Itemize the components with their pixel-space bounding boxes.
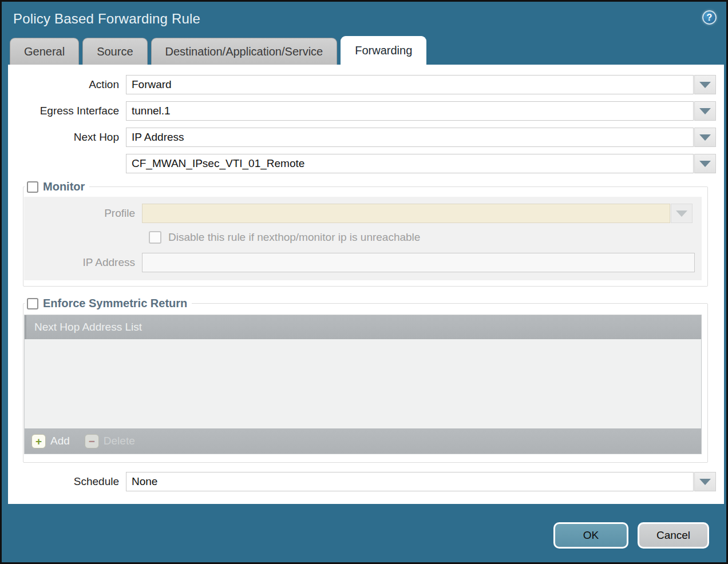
- delete-button-label: Delete: [104, 435, 135, 447]
- next-hop-dropdown-button[interactable]: [694, 128, 716, 147]
- monitor-disabled-panel: Profile Disable this rule if nexthop/mon…: [24, 197, 702, 280]
- chevron-down-icon: [699, 108, 711, 114]
- dialog-titlebar: Policy Based Forwarding Rule ?: [2, 2, 726, 36]
- disable-rule-label: Disable this rule if nexthop/monitor ip …: [168, 231, 420, 244]
- next-hop-label: Next Hop: [8, 131, 126, 144]
- action-input[interactable]: [126, 75, 694, 94]
- egress-interface-input[interactable]: [126, 101, 694, 121]
- forwarding-tab-panel: Action Egress Interface Next Hop: [8, 65, 724, 504]
- enforce-symmetric-return-checkbox[interactable]: [27, 298, 38, 309]
- profile-input: [142, 204, 670, 223]
- tab-forwarding[interactable]: Forwarding: [341, 36, 426, 65]
- chevron-down-icon: [699, 479, 711, 485]
- dialog-footer: OK Cancel: [553, 522, 709, 549]
- action-row: Action: [8, 75, 716, 94]
- action-dropdown-button[interactable]: [694, 75, 716, 94]
- monitor-legend: Monitor: [43, 180, 85, 193]
- minus-icon: −: [85, 434, 99, 448]
- dialog-title: Policy Based Forwarding Rule: [13, 11, 200, 27]
- help-icon[interactable]: ?: [702, 10, 717, 25]
- profile-dropdown-button: [671, 204, 693, 223]
- monitor-checkbox[interactable]: [27, 181, 38, 193]
- table-toolbar: + Add − Delete: [25, 428, 701, 454]
- add-button-label: Add: [50, 435, 70, 447]
- schedule-row: Schedule: [8, 472, 716, 491]
- egress-interface-label: Egress Interface: [8, 105, 126, 117]
- add-button[interactable]: + Add: [31, 434, 70, 448]
- ok-button[interactable]: OK: [553, 522, 628, 549]
- tab-destination-application-service[interactable]: Destination/Application/Service: [151, 38, 338, 65]
- chevron-down-icon: [699, 82, 711, 88]
- profile-label: Profile: [24, 207, 142, 220]
- plus-icon: +: [31, 434, 46, 448]
- chevron-down-icon: [699, 134, 711, 141]
- schedule-input[interactable]: [126, 472, 694, 491]
- delete-button: − Delete: [85, 434, 135, 448]
- schedule-label: Schedule: [8, 475, 126, 488]
- next-hop-address-dropdown-button[interactable]: [694, 154, 716, 173]
- cancel-button[interactable]: Cancel: [638, 522, 709, 549]
- disable-rule-checkbox: [149, 231, 161, 244]
- tab-bar: General Source Destination/Application/S…: [2, 36, 726, 65]
- tab-general[interactable]: General: [10, 38, 79, 65]
- chevron-down-icon: [676, 210, 687, 217]
- next-hop-address-row: [8, 154, 716, 173]
- next-hop-row: Next Hop: [8, 128, 716, 147]
- next-hop-address-list-header: Next Hop Address List: [25, 315, 701, 339]
- enforce-symmetric-return-legend: Enforce Symmetric Return: [43, 297, 187, 310]
- policy-forwarding-dialog: Policy Based Forwarding Rule ? General S…: [0, 0, 728, 564]
- egress-interface-row: Egress Interface: [8, 101, 716, 121]
- monitor-section: Monitor Profile Disable this rule if nex…: [23, 180, 708, 287]
- next-hop-address-table: Next Hop Address List + Add − Delete: [24, 315, 702, 454]
- tab-source[interactable]: Source: [82, 38, 147, 65]
- next-hop-address-list-body: [25, 339, 701, 428]
- schedule-dropdown-button[interactable]: [694, 472, 716, 491]
- chevron-down-icon: [699, 161, 711, 167]
- monitor-ip-address-row: IP Address: [24, 253, 702, 272]
- symmetric-return-section: Enforce Symmetric Return Next Hop Addres…: [23, 297, 708, 463]
- monitor-ip-address-label: IP Address: [24, 256, 142, 269]
- egress-interface-dropdown-button[interactable]: [694, 101, 716, 121]
- action-label: Action: [8, 78, 126, 91]
- profile-row: Profile: [24, 204, 702, 223]
- monitor-ip-address-input: [142, 253, 695, 272]
- disable-rule-row: Disable this rule if nexthop/monitor ip …: [149, 231, 702, 244]
- next-hop-address-input[interactable]: [126, 154, 694, 173]
- next-hop-type-input[interactable]: [126, 128, 694, 147]
